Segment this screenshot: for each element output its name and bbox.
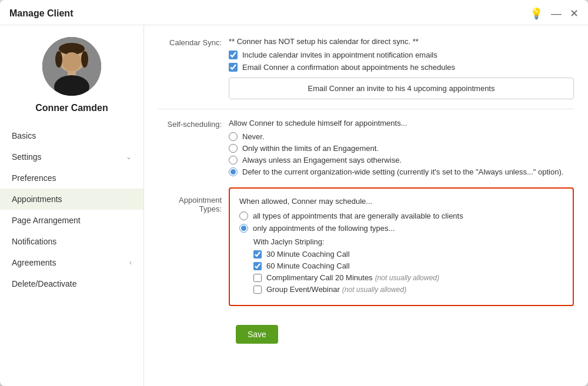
main-window: Manage Client 💡 — ✕: [0, 0, 588, 386]
email-confirmation-label: Email Conner a confirmation about appoin…: [242, 63, 455, 72]
appt-complimentary-checkbox[interactable]: [253, 274, 262, 282]
sched-always-unless-label: Always unless an Engagement says otherwi…: [242, 156, 402, 165]
appt-only-types-row[interactable]: only appointments of the following types…: [239, 224, 563, 233]
email-invite-button[interactable]: Email Conner an invite to his 4 upcoming…: [229, 78, 574, 99]
avatar: [42, 37, 101, 96]
sched-defer-radio[interactable]: [229, 167, 238, 176]
close-icon[interactable]: ✕: [570, 7, 579, 20]
chevron-down-icon: ⌄: [126, 153, 132, 161]
svg-point-4: [81, 51, 88, 68]
self-scheduling-content: Allow Conner to schedule himself for app…: [229, 119, 574, 179]
sidebar-nav: Basics Settings ⌄ Preferences Appointmen…: [0, 125, 143, 294]
save-button[interactable]: Save: [236, 325, 278, 344]
appt-group-event-not-usually: (not usually allowed): [342, 286, 406, 294]
self-scheduling-description: Allow Conner to schedule himself for app…: [229, 119, 574, 127]
calendar-sync-section: Calendar Sync: ** Conner has NOT setup h…: [158, 37, 574, 99]
appointment-types-box: When allowed, Conner may schedule... all…: [229, 187, 574, 306]
calendar-sync-content: ** Conner has NOT setup his calendar for…: [229, 37, 574, 99]
sched-always-unless-row[interactable]: Always unless an Engagement says otherwi…: [229, 156, 574, 165]
sched-within-engagement-label: Only within the limits of an Engagement.: [242, 144, 379, 153]
sidebar-item-delete-deactivate[interactable]: Delete/Deactivate: [0, 273, 143, 294]
sidebar-item-appointments-label: Appointments: [12, 194, 62, 204]
appointment-types-section: Appointment Types: When allowed, Conner …: [158, 187, 574, 306]
appointment-types-heading: When allowed, Conner may schedule...: [239, 197, 563, 206]
email-confirmation-checkbox[interactable]: [229, 63, 238, 72]
appt-60min-checkbox[interactable]: [253, 262, 262, 270]
sidebar-item-page-arrangement-label: Page Arrangement: [12, 216, 81, 225]
appt-all-types-radio[interactable]: [239, 212, 248, 220]
calendar-sync-label: Calendar Sync:: [158, 37, 229, 47]
appt-group-event-label: Group Event/Webinar: [266, 285, 340, 294]
self-scheduling-section: Self-scheduling: Allow Conner to schedul…: [158, 119, 574, 179]
include-calendar-invites-label: Include calendar invites in appointment …: [242, 51, 437, 59]
sidebar-item-agreements-label: Agreements: [12, 258, 56, 267]
appointment-types-label: Appointment Types:: [158, 187, 229, 213]
include-calendar-invites-row[interactable]: Include calendar invites in appointment …: [229, 51, 574, 59]
appt-only-types-radio[interactable]: [239, 224, 248, 233]
appt-60min-row[interactable]: 60 Minute Coaching Call: [253, 261, 563, 270]
appt-complimentary-not-usually: (not usually allowed): [375, 274, 439, 282]
title-bar-actions: 💡 — ✕: [530, 7, 579, 20]
sched-within-engagement-row[interactable]: Only within the limits of an Engagement.: [229, 144, 574, 153]
sched-defer-row[interactable]: Defer to the current organization-wide s…: [229, 167, 574, 176]
appt-60min-label: 60 Minute Coaching Call: [266, 261, 350, 270]
appt-all-types-label: all types of appointments that are gener…: [253, 212, 463, 220]
sched-defer-label: Defer to the current organization-wide s…: [242, 167, 563, 176]
chevron-left-icon: ‹: [129, 259, 132, 267]
include-calendar-invites-checkbox[interactable]: [229, 51, 238, 59]
title-bar: Manage Client 💡 — ✕: [0, 0, 588, 25]
sched-never-row[interactable]: Never.: [229, 132, 574, 141]
appt-only-types-label: only appointments of the following types…: [253, 224, 395, 233]
sidebar-item-appointments[interactable]: Appointments: [0, 189, 143, 210]
svg-point-7: [62, 52, 81, 71]
appointment-types-content: When allowed, Conner may schedule... all…: [229, 187, 574, 306]
minimize-icon[interactable]: —: [551, 8, 562, 20]
appt-group-event-checkbox[interactable]: [253, 286, 262, 294]
sidebar-item-settings-label: Settings: [12, 152, 42, 162]
content-area: Conner Camden Basics Settings ⌄ Preferen…: [0, 25, 588, 386]
svg-point-3: [55, 51, 62, 68]
appt-complimentary-row[interactable]: Complimentary Call 20 Minutes (not usual…: [253, 273, 563, 282]
sched-never-label: Never.: [242, 132, 265, 141]
appt-30min-label: 30 Minute Coaching Call: [266, 250, 350, 259]
main-content: Calendar Sync: ** Conner has NOT setup h…: [144, 25, 588, 386]
sidebar-item-agreements[interactable]: Agreements ‹: [0, 252, 143, 273]
save-row: Save: [158, 314, 574, 344]
sidebar: Conner Camden Basics Settings ⌄ Preferen…: [0, 25, 144, 386]
email-confirmation-row[interactable]: Email Conner a confirmation about appoin…: [229, 63, 574, 72]
lightbulb-icon[interactable]: 💡: [530, 7, 543, 20]
sidebar-item-notifications-label: Notifications: [12, 237, 56, 246]
appt-complimentary-label: Complimentary Call 20 Minutes: [266, 273, 373, 282]
appt-30min-checkbox[interactable]: [253, 250, 262, 259]
appt-30min-row[interactable]: 30 Minute Coaching Call: [253, 250, 563, 259]
sidebar-item-preferences-label: Preferences: [12, 173, 56, 183]
sidebar-item-notifications[interactable]: Notifications: [0, 231, 143, 252]
client-name: Conner Camden: [35, 103, 108, 113]
sidebar-item-settings[interactable]: Settings ⌄: [0, 146, 143, 167]
sidebar-item-basics-label: Basics: [12, 131, 36, 140]
sched-within-engagement-radio[interactable]: [229, 144, 238, 153]
sched-never-radio[interactable]: [229, 132, 238, 141]
sidebar-item-preferences[interactable]: Preferences: [0, 167, 143, 189]
calendar-sync-warning: ** Conner has NOT setup his calendar for…: [229, 37, 574, 46]
sidebar-item-basics[interactable]: Basics: [0, 125, 143, 146]
self-scheduling-label: Self-scheduling:: [158, 119, 229, 129]
appt-all-types-row[interactable]: all types of appointments that are gener…: [239, 212, 563, 220]
window-title: Manage Client: [9, 8, 73, 19]
sidebar-item-delete-deactivate-label: Delete/Deactivate: [12, 279, 77, 288]
appt-group-event-row[interactable]: Group Event/Webinar (not usually allowed…: [253, 285, 563, 294]
with-jaclyn-label: With Jaclyn Stripling:: [253, 237, 563, 246]
divider-1: [158, 109, 574, 109]
sidebar-item-page-arrangement[interactable]: Page Arrangement: [0, 210, 143, 231]
sched-always-unless-radio[interactable]: [229, 156, 238, 165]
